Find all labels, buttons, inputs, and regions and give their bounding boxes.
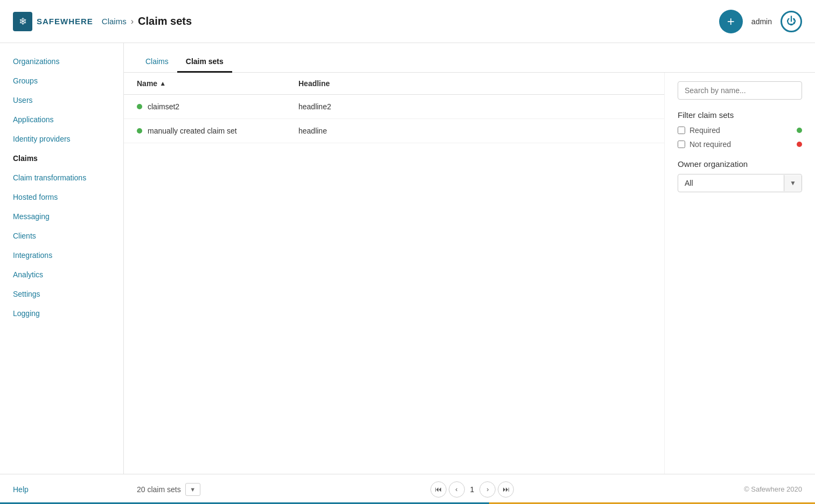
page-next-icon: › [486,485,489,493]
not-required-checkbox[interactable] [678,141,685,148]
footer-count-section: 20 claim sets ▼ [137,483,200,496]
not-required-label: Not required [689,140,792,149]
chevron-down-icon[interactable]: ▼ [784,175,802,191]
page-prev-icon: ‹ [455,485,457,493]
required-label: Required [689,126,792,135]
page-last-button[interactable]: ⏭ [498,481,514,498]
status-indicator-green [137,104,142,109]
column-headline-header: Headline [298,79,330,88]
sidebar-item-users[interactable]: Users [0,90,123,110]
page-first-button[interactable]: ⏮ [430,481,447,498]
row-name: manually created claim set [148,127,298,135]
count-dropdown-button[interactable]: ▼ [185,483,200,496]
sidebar-item-identity-providers[interactable]: Identity providers [0,129,123,149]
sidebar-item-applications[interactable]: Applications [0,110,123,129]
table-area: Name ▲ Headline claimset2 headline2 manu… [124,73,815,474]
tab-claim-sets[interactable]: Claim sets [177,52,232,73]
search-input[interactable] [678,81,802,100]
owner-section: Owner organization All ▼ [678,159,802,192]
add-button[interactable]: + [719,10,743,33]
table-header: Name ▲ Headline [124,73,664,95]
column-name-header[interactable]: Name ▲ [137,79,298,88]
main-layout: Organizations Groups Users Applications … [0,43,815,474]
breadcrumb-separator: › [131,17,134,26]
breadcrumb-parent[interactable]: Claims [102,17,127,26]
copyright: © Safewhere 2020 [744,485,802,493]
sidebar-item-logging[interactable]: Logging [0,304,123,323]
page-first-icon: ⏮ [435,485,442,493]
pagination: ⏮ ‹ 1 › ⏭ [430,481,514,498]
header: ❄ SAFEWHERE Claims › Claim sets + admin … [0,0,815,43]
sidebar-item-analytics[interactable]: Analytics [0,265,123,284]
row-name: claimset2 [148,102,298,111]
sidebar-item-hosted-forms[interactable]: Hosted forms [0,187,123,207]
required-checkbox[interactable] [678,127,685,134]
header-right: + admin ⏻ [719,10,802,33]
logo-icon: ❄ [13,12,32,31]
footer: Help 20 claim sets ▼ ⏮ ‹ 1 › ⏭ © Safewhe… [0,474,815,504]
header-left: ❄ SAFEWHERE Claims › Claim sets [13,12,192,31]
power-button[interactable]: ⏻ [781,11,802,32]
tab-claims[interactable]: Claims [137,52,177,73]
filter-not-required-item: Not required [678,140,802,149]
sidebar-item-clients[interactable]: Clients [0,226,123,246]
owner-organization-select[interactable]: All ▼ [678,174,802,192]
filter-panel: Filter claim sets Required Not required … [664,73,815,474]
not-required-dot-icon [797,142,802,147]
table-row[interactable]: claimset2 headline2 [124,95,664,119]
admin-label: admin [751,17,772,26]
logo[interactable]: ❄ SAFEWHERE [13,12,93,31]
tabs: Claims Claim sets [124,52,815,73]
power-icon: ⏻ [786,16,796,27]
sidebar-item-organizations[interactable]: Organizations [0,52,123,71]
sort-arrow-icon: ▲ [159,80,166,87]
sidebar-item-integrations[interactable]: Integrations [0,246,123,265]
row-headline: headline2 [298,102,331,111]
sidebar: Organizations Groups Users Applications … [0,43,124,474]
table-row[interactable]: manually created claim set headline [124,119,664,143]
page-last-icon: ⏭ [503,485,510,493]
breadcrumb-current: Claim sets [138,15,192,27]
breadcrumb: Claims › Claim sets [102,15,192,27]
page-prev-button[interactable]: ‹ [449,481,465,498]
filter-required-item: Required [678,126,802,135]
owner-select-value: All [678,174,784,192]
sidebar-item-messaging[interactable]: Messaging [0,207,123,226]
content-area: Claims Claim sets Name ▲ Headline claims… [124,43,815,474]
sidebar-item-claims[interactable]: Claims [0,149,123,168]
sidebar-item-settings[interactable]: Settings [0,284,123,304]
filter-title: Filter claim sets [678,110,802,120]
table-section: Name ▲ Headline claimset2 headline2 manu… [124,73,664,474]
record-count: 20 claim sets [137,485,181,494]
page-next-button[interactable]: › [479,481,496,498]
required-dot-icon [797,128,802,133]
status-indicator-green [137,128,142,134]
help-link[interactable]: Help [13,485,29,494]
sidebar-item-claim-transformations[interactable]: Claim transformations [0,168,123,187]
logo-text: SAFEWHERE [37,17,93,26]
sidebar-item-groups[interactable]: Groups [0,71,123,90]
owner-title: Owner organization [678,159,802,169]
row-headline: headline [298,127,327,135]
page-number: 1 [467,485,478,494]
